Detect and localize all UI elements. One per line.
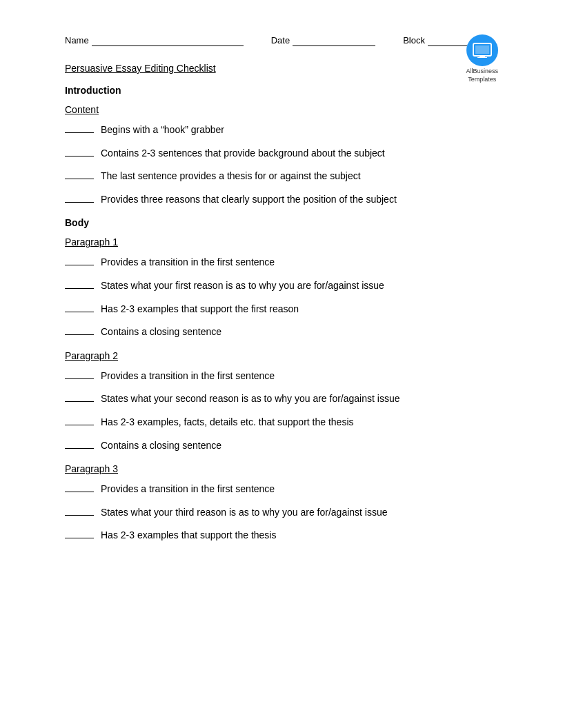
svg-rect-2 xyxy=(477,57,487,58)
date-line[interactable] xyxy=(293,34,375,46)
intro-item-1: Begins with a “hook” grabber xyxy=(65,123,498,137)
intro-item-4: Provides three reasons that clearly supp… xyxy=(65,193,498,207)
blank-p2-4 xyxy=(65,448,94,449)
intro-item-3-text: The last sentence provides a thesis for … xyxy=(101,170,361,183)
intro-item-4-text: Provides three reasons that clearly supp… xyxy=(101,193,397,207)
blank-p1-1 xyxy=(65,265,94,265)
blank-4 xyxy=(65,202,94,203)
name-label: Name xyxy=(65,35,89,46)
date-label: Date xyxy=(271,35,290,46)
document-title-area: Persuasive Essay Editing Checklist xyxy=(65,63,498,74)
date-field-group: Date xyxy=(271,34,375,46)
p2-item-3: Has 2-3 examples, facts, details etc. th… xyxy=(65,416,498,429)
blank-p1-4 xyxy=(65,334,94,335)
block-label: Block xyxy=(403,35,425,46)
body-section: Body Paragraph 1 Provides a transition i… xyxy=(65,217,498,543)
p1-item-3: Has 2-3 examples that support the first … xyxy=(65,303,498,316)
p3-item-2-text: States what your third reason is as to w… xyxy=(101,506,388,520)
p1-item-3-text: Has 2-3 examples that support the first … xyxy=(101,303,299,316)
paragraph-3-section: Paragraph 3 Provides a transition in the… xyxy=(65,463,498,543)
blank-p3-2 xyxy=(65,515,94,516)
svg-rect-1 xyxy=(480,56,485,57)
blank-p3-1 xyxy=(65,492,94,492)
p2-item-1-text: Provides a transition in the first sente… xyxy=(101,370,275,383)
p2-item-1: Provides a transition in the first sente… xyxy=(65,370,498,383)
p1-item-2-text: States what your first reason is as to w… xyxy=(101,279,384,293)
paragraph-2-heading: Paragraph 2 xyxy=(65,350,498,361)
p2-item-3-text: Has 2-3 examples, facts, details etc. th… xyxy=(101,416,354,429)
blank-1 xyxy=(65,132,94,133)
blank-p1-2 xyxy=(65,288,94,289)
intro-item-2: Contains 2-3 sentences that provide back… xyxy=(65,147,498,161)
paragraph-1-heading: Paragraph 1 xyxy=(65,236,498,247)
introduction-heading: Introduction xyxy=(65,85,498,96)
p2-item-4-text: Contains a closing sentence xyxy=(101,439,221,453)
p1-item-1-text: Provides a transition in the first sente… xyxy=(101,256,275,270)
name-line[interactable] xyxy=(92,34,244,46)
logo-area: AllBusiness Templates xyxy=(466,34,498,83)
p1-item-4: Contains a closing sentence xyxy=(65,325,498,339)
paragraph-3-heading: Paragraph 3 xyxy=(65,463,498,474)
p2-item-2: States what your second reason is as to … xyxy=(65,392,498,406)
paragraph-1-section: Paragraph 1 Provides a transition in the… xyxy=(65,236,498,338)
blank-p2-1 xyxy=(65,378,94,379)
header-fields: Name Date Block xyxy=(65,34,498,46)
p3-item-3: Has 2-3 examples that support the thesis xyxy=(65,529,498,543)
intro-item-3: The last sentence provides a thesis for … xyxy=(65,170,498,183)
p3-item-1: Provides a transition in the first sente… xyxy=(65,483,498,496)
p1-item-4-text: Contains a closing sentence xyxy=(101,325,221,339)
content-heading: Content xyxy=(65,104,498,115)
monitor-icon xyxy=(473,43,492,58)
introduction-section: Introduction Content Begins with a “hook… xyxy=(65,85,498,206)
blank-p2-3 xyxy=(65,425,94,425)
paragraph-2-section: Paragraph 2 Provides a transition in the… xyxy=(65,350,498,452)
p1-item-2: States what your first reason is as to w… xyxy=(65,279,498,293)
svg-rect-3 xyxy=(475,46,489,54)
body-heading: Body xyxy=(65,217,498,228)
blank-p2-2 xyxy=(65,401,94,402)
p2-item-4: Contains a closing sentence xyxy=(65,439,498,453)
p1-item-1: Provides a transition in the first sente… xyxy=(65,256,498,270)
p2-item-2-text: States what your second reason is as to … xyxy=(101,392,399,406)
blank-p1-3 xyxy=(65,312,94,312)
name-field-group: Name xyxy=(65,34,244,46)
intro-item-2-text: Contains 2-3 sentences that provide back… xyxy=(101,147,385,161)
blank-p3-3 xyxy=(65,538,94,538)
p3-item-1-text: Provides a transition in the first sente… xyxy=(101,483,275,496)
blank-3 xyxy=(65,179,94,179)
blank-2 xyxy=(65,156,94,156)
logo-brand-text: AllBusiness Templates xyxy=(466,68,498,83)
p3-item-2: States what your third reason is as to w… xyxy=(65,506,498,520)
p3-item-3-text: Has 2-3 examples that support the thesis xyxy=(101,529,276,543)
document-title: Persuasive Essay Editing Checklist xyxy=(65,63,216,74)
intro-item-1-text: Begins with a “hook” grabber xyxy=(101,123,224,137)
header-row: Name Date Block xyxy=(65,34,498,46)
logo-circle xyxy=(466,34,498,66)
